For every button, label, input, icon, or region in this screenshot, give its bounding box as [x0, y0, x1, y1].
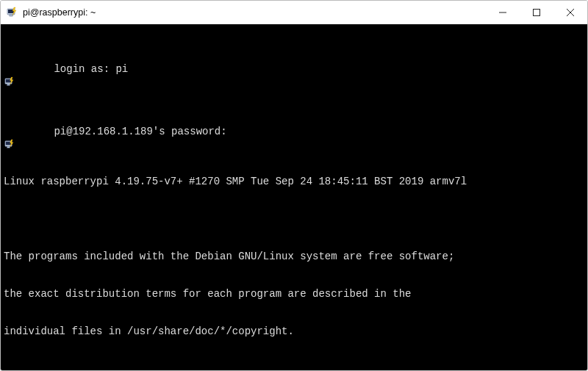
svg-rect-14: [7, 146, 10, 148]
motd-line: the exact distribution terms for each pr…: [4, 288, 584, 300]
blank-line: [4, 363, 584, 370]
putty-icon: [5, 6, 18, 19]
putty-inline-icon: [4, 51, 15, 62]
password-prompt-suffix: 's password:: [153, 126, 227, 137]
titlebar[interactable]: pi@raspberrypi: ~: [1, 1, 587, 24]
blank-line: [4, 213, 584, 226]
svg-rect-10: [7, 84, 10, 85]
login-user: pi: [115, 63, 128, 75]
putty-window: pi@raspberrypi: ~ login as: pi: [0, 0, 588, 371]
minimize-icon: [499, 9, 506, 16]
svg-rect-2: [10, 15, 12, 16]
putty-inline-icon: [4, 114, 15, 125]
svg-rect-5: [534, 10, 540, 16]
window-controls: [486, 1, 587, 24]
motd-line: individual files in /usr/share/doc/*/cop…: [4, 325, 584, 338]
minimize-button[interactable]: [486, 1, 520, 24]
close-button[interactable]: [553, 1, 587, 24]
motd-line: The programs included with the Debian GN…: [4, 251, 584, 263]
login-as-label: login as:: [54, 63, 115, 75]
close-icon: [567, 9, 574, 16]
uname-line: Linux raspberrypi 4.19.75-v7+ #1270 SMP …: [4, 176, 584, 188]
maximize-icon: [533, 9, 540, 16]
window-title: pi@raspberrypi: ~: [23, 7, 486, 18]
maximize-button[interactable]: [520, 1, 553, 24]
login-as-line: login as: pi: [4, 51, 584, 88]
terminal-area[interactable]: login as: pi pi@192.168.1.189's password…: [1, 24, 587, 370]
password-prompt-user: pi@192.168.1.189: [54, 126, 152, 137]
password-prompt-line: pi@192.168.1.189's password:: [4, 113, 584, 151]
